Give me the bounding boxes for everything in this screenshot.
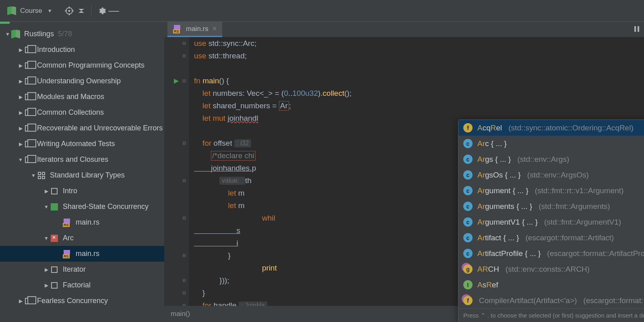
progress-count: 5/78 xyxy=(58,30,72,38)
tree-item[interactable]: Common Programming Concepts xyxy=(0,58,164,73)
chevron-icon[interactable] xyxy=(43,283,50,288)
tree-item[interactable]: Arc xyxy=(0,230,164,246)
kind-badge: c xyxy=(463,139,473,148)
chevron-icon[interactable] xyxy=(17,157,24,163)
chevron-icon[interactable] xyxy=(17,298,24,304)
chevron-icon[interactable] xyxy=(17,126,24,131)
chevron-icon[interactable] xyxy=(43,235,50,241)
minimize-icon[interactable]: — xyxy=(108,6,120,16)
completion-origin: (escargot::format::ArtifactProfile) xyxy=(547,249,644,258)
rs-file-icon xyxy=(173,25,182,33)
tree-root[interactable]: Rustlings 5/78 xyxy=(0,26,164,42)
footer-hint: Press ⌃ . to choose the selected (or fir… xyxy=(463,312,644,319)
kind-badge: I xyxy=(463,280,473,289)
completion-item[interactable]: cArgumentV1 { ... } (std::fmt::ArgumentV… xyxy=(458,214,644,230)
tree-item-label: Standard Library Types xyxy=(50,171,125,180)
kind-badge: c xyxy=(463,233,473,242)
root-label: Rustlings xyxy=(24,30,54,38)
course-sidebar: Rustlings 5/78 IntroductionCommon Progra… xyxy=(0,22,164,322)
stack-icon xyxy=(24,93,33,101)
chevron-icon[interactable] xyxy=(17,63,24,68)
tree-item-label: Modules and Macros xyxy=(37,93,104,101)
kind-badge: c xyxy=(463,186,473,195)
completion-origin: (escargot::format::Artifact) xyxy=(526,233,614,242)
chevron-icon[interactable] xyxy=(30,173,37,178)
chevron-icon[interactable] xyxy=(43,204,50,210)
chevron-icon[interactable] xyxy=(17,94,24,100)
tree-item-label: Introduction xyxy=(37,45,75,54)
completion-item[interactable]: cArgument { ... } (std::fmt::rt::v1::Arg… xyxy=(458,183,644,198)
tree-item[interactable]: Understanding Ownership xyxy=(0,73,164,89)
stack-icon xyxy=(24,140,33,149)
completion-item[interactable]: cArgs { ... } (std::env::Args) xyxy=(458,151,644,167)
tree-item[interactable]: Iterator xyxy=(0,262,164,277)
tree-item[interactable]: Modules and Macros xyxy=(0,89,164,105)
tree-item[interactable]: Writing Automated Tests xyxy=(0,136,164,152)
chevron-icon[interactable] xyxy=(17,141,24,147)
tree-item-label: Shared-State Concurrency xyxy=(63,202,149,211)
completion-item[interactable]: gARCH (std::env::consts::ARCH) xyxy=(458,261,644,277)
tree-item[interactable]: main.rs xyxy=(0,215,164,230)
completion-origin: (escargot::format::Message::Compile xyxy=(583,296,644,305)
tab-main-rs[interactable]: main.rs × xyxy=(167,22,222,37)
book-icon xyxy=(6,6,18,16)
tree-item[interactable]: Introduction xyxy=(0,42,164,58)
tree-item[interactable]: Iterators and Closures xyxy=(0,152,164,167)
completion-item[interactable]: cArgsOs { ... } (std::env::ArgsOs) xyxy=(458,167,644,183)
grid-icon xyxy=(37,171,46,180)
kind-badge: c xyxy=(463,170,473,180)
kind-badge: c xyxy=(463,202,473,211)
square-icon xyxy=(50,265,59,274)
completion-origin: (std::fmt::Arguments) xyxy=(539,202,610,211)
svg-point-1 xyxy=(68,10,70,12)
chevron-down-icon[interactable]: ▼ xyxy=(44,6,56,16)
tree-item-label: Common Collections xyxy=(37,108,104,117)
close-icon[interactable]: × xyxy=(213,25,217,33)
collapse-icon[interactable] xyxy=(75,6,87,16)
chevron-icon[interactable] xyxy=(17,78,24,84)
tree-item[interactable]: Recoverable and Unrecoverable Errors xyxy=(0,120,164,136)
completion-item[interactable]: cArtifactProfile { ... } (escargot::form… xyxy=(458,246,644,261)
tree-item[interactable]: Common Collections xyxy=(0,105,164,120)
chevron-icon[interactable] xyxy=(17,110,24,116)
square-icon xyxy=(50,281,59,290)
tree-item[interactable]: Standard Library Types xyxy=(0,167,164,183)
tree-item[interactable]: Shared-State Concurrency xyxy=(0,199,164,215)
separator xyxy=(91,5,92,17)
run-icon[interactable]: ▶ xyxy=(174,77,179,85)
tree-item[interactable]: main.rs xyxy=(0,246,164,262)
stack-icon xyxy=(24,45,33,54)
tree-item-label: Iterator xyxy=(63,265,86,274)
tree-item[interactable]: Factorial xyxy=(0,277,164,293)
completion-origin: (std::env::consts::ARCH) xyxy=(506,265,590,274)
completion-origin: (std::env::ArgsOs) xyxy=(527,171,589,180)
course-tree: Rustlings 5/78 IntroductionCommon Progra… xyxy=(0,24,164,309)
gear-icon[interactable] xyxy=(96,6,108,16)
tree-item[interactable]: Intro xyxy=(0,183,164,199)
completion-item[interactable]: cArc { ... } xyxy=(458,136,644,151)
completion-item[interactable]: IAsRef xyxy=(458,277,644,293)
course-label[interactable]: Course xyxy=(20,7,42,15)
editor-tabs: main.rs × xyxy=(164,22,644,37)
chevron-icon[interactable] xyxy=(43,188,50,194)
completion-origin: (std::fmt::rt::v1::Argument) xyxy=(535,186,624,195)
target-icon[interactable] xyxy=(63,6,75,16)
kind-badge: f xyxy=(463,296,473,305)
tree-item-label: Iterators and Closures xyxy=(37,155,108,164)
tree-item[interactable]: Fearless Concurrency xyxy=(0,293,164,309)
completion-item[interactable]: cArtifact { ... } (escargot::format::Art… xyxy=(458,230,644,246)
completion-origin: (std::fmt::ArgumentV1) xyxy=(544,218,621,227)
rs-icon xyxy=(63,218,72,227)
tree-item-label: Fearless Concurrency xyxy=(37,297,108,305)
kind-badge: g xyxy=(463,264,473,274)
chevron-icon[interactable] xyxy=(17,47,24,53)
completion-popup: fAcqRel (std::sync::atomic::Ordering::Ac… xyxy=(458,120,644,322)
chevron-icon[interactable] xyxy=(43,267,50,272)
completion-item[interactable]: fCompilerArtifact(Artifact<'a>) (escargo… xyxy=(458,293,644,308)
tree-item-label: Understanding Ownership xyxy=(37,77,121,85)
stack-icon xyxy=(24,155,33,164)
kind-badge: c xyxy=(463,249,473,258)
completion-item[interactable]: fAcqRel (std::sync::atomic::Ordering::Ac… xyxy=(458,120,644,136)
completion-item[interactable]: cArguments { ... } (std::fmt::Arguments) xyxy=(458,198,644,214)
square-icon xyxy=(50,187,59,196)
